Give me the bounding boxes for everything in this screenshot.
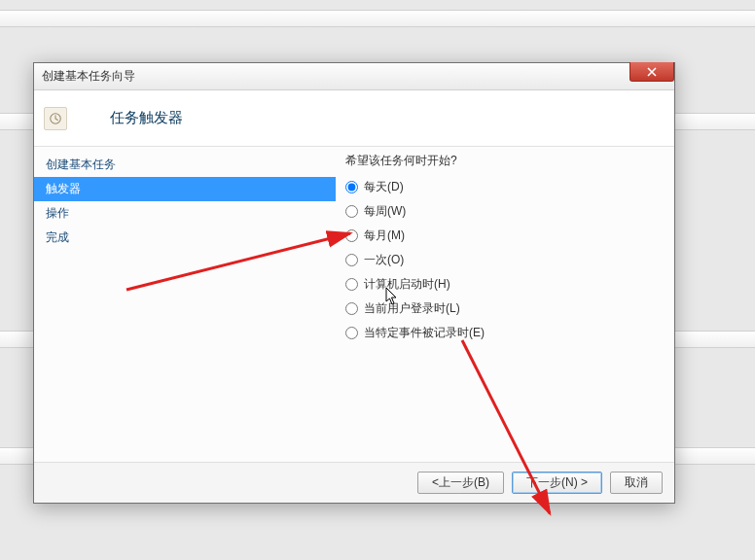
titlebar[interactable]: 创建基本任务向导	[34, 63, 674, 90]
radio-logon[interactable]	[345, 302, 358, 315]
option-label: 每天(D)	[364, 179, 404, 195]
radio-monthly[interactable]	[345, 229, 358, 242]
header-section: 任务触发器	[34, 90, 674, 147]
option-label: 一次(O)	[364, 252, 404, 268]
option-monthly[interactable]: 每月(M)	[345, 228, 665, 244]
body-section: 创建基本任务 触发器 操作 完成 希望该任务何时开始? 每天(D) 每周(W) …	[34, 147, 674, 462]
sidebar-item-trigger[interactable]: 触发器	[34, 177, 336, 201]
radio-weekly[interactable]	[345, 205, 358, 218]
option-daily[interactable]: 每天(D)	[345, 179, 665, 195]
option-label: 计算机启动时(H)	[364, 276, 450, 293]
radio-daily[interactable]	[345, 181, 358, 193]
option-startup[interactable]: 计算机启动时(H)	[345, 276, 665, 293]
wizard-dialog: 创建基本任务向导 任务触发器 创建基本任务 触发器 操作 完成 希望该任务何时开…	[33, 62, 675, 504]
sidebar-item-finish[interactable]: 完成	[34, 226, 336, 250]
back-button[interactable]: <上一步(B)	[417, 472, 504, 494]
content-prompt: 希望该任务何时开始?	[345, 153, 665, 169]
sidebar: 创建基本任务 触发器 操作 完成	[34, 147, 336, 462]
titlebar-text: 创建基本任务向导	[42, 68, 135, 85]
option-label: 每周(W)	[364, 203, 406, 220]
option-weekly[interactable]: 每周(W)	[345, 203, 665, 220]
option-logon[interactable]: 当前用户登录时(L)	[345, 300, 665, 317]
sidebar-item-label: 操作	[46, 206, 69, 220]
close-button[interactable]	[629, 62, 674, 82]
wizard-icon	[44, 107, 67, 130]
next-button[interactable]: 下一步(N) >	[512, 472, 602, 494]
header-title: 任务触发器	[110, 109, 183, 127]
cancel-button[interactable]: 取消	[610, 472, 663, 494]
content-panel: 希望该任务何时开始? 每天(D) 每周(W) 每月(M) 一次(O) 计算机启动…	[336, 147, 674, 462]
sidebar-item-label: 触发器	[46, 182, 81, 195]
back-button-label: <上一步(B)	[432, 474, 489, 491]
radio-startup[interactable]	[345, 278, 358, 291]
radio-once[interactable]	[345, 254, 358, 266]
footer: <上一步(B) 下一步(N) > 取消	[34, 462, 674, 503]
next-button-label: 下一步(N) >	[526, 474, 588, 491]
cancel-button-label: 取消	[625, 474, 648, 491]
radio-event[interactable]	[345, 327, 358, 339]
option-label: 当特定事件被记录时(E)	[364, 325, 485, 341]
option-label: 每月(M)	[364, 228, 405, 244]
option-once[interactable]: 一次(O)	[345, 252, 665, 268]
option-event[interactable]: 当特定事件被记录时(E)	[345, 325, 665, 341]
option-label: 当前用户登录时(L)	[364, 300, 460, 317]
sidebar-item-label: 创建基本任务	[46, 158, 116, 171]
sidebar-item-action[interactable]: 操作	[34, 201, 336, 226]
sidebar-item-label: 完成	[46, 230, 69, 244]
sidebar-item-create[interactable]: 创建基本任务	[34, 153, 336, 177]
close-icon	[647, 67, 657, 77]
